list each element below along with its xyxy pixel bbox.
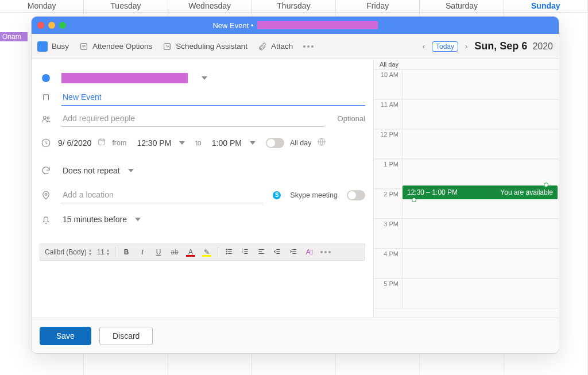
- titlebar[interactable]: New Event •: [32, 17, 559, 34]
- svg-point-14: [226, 251, 227, 252]
- editor-more-icon[interactable]: [320, 251, 331, 253]
- window-title-prefix: New Event •: [212, 21, 253, 30]
- italic-button[interactable]: I: [137, 248, 148, 257]
- all-day-header: All day: [380, 61, 399, 68]
- date-navigation: ‹ Today › Sun, Sep 6 2020: [421, 40, 553, 52]
- all-day-toggle[interactable]: [266, 138, 284, 148]
- svg-rect-0: [81, 43, 87, 49]
- time-slot[interactable]: 10 AM: [374, 69, 559, 99]
- event-date[interactable]: 9/ 6/2020: [58, 138, 91, 148]
- time-slot[interactable]: 12 PM: [374, 129, 559, 159]
- time-label: 1 PM: [374, 160, 403, 188]
- bg-day-header: Friday: [336, 0, 420, 12]
- attendee-options[interactable]: Attendee Options: [79, 42, 152, 51]
- skype-label: Skype meeting: [290, 191, 338, 199]
- time-label: 12 PM: [374, 130, 403, 158]
- discard-button[interactable]: Discard: [99, 327, 153, 345]
- selected-date: Sun, Sep 6 2020: [474, 40, 553, 52]
- event-title-input[interactable]: [61, 89, 365, 106]
- preview-event[interactable]: 12:30 – 1:00 PM You are available: [403, 185, 558, 199]
- clock-icon: [40, 137, 52, 149]
- bg-day-header: Sunday: [504, 0, 588, 12]
- time-label: 5 PM: [374, 279, 403, 308]
- timezone-icon[interactable]: [317, 137, 326, 149]
- reminder-icon: [40, 213, 52, 226]
- font-family-select[interactable]: Calibri (Body)▴▾: [45, 248, 91, 256]
- svg-point-12: [45, 193, 47, 195]
- strike-button[interactable]: ab: [169, 248, 180, 256]
- numbering-button[interactable]: 12: [240, 248, 250, 257]
- time-label: 11 AM: [374, 100, 403, 129]
- skype-toggle[interactable]: [347, 190, 365, 200]
- clear-format-button[interactable]: A⃠: [304, 248, 315, 256]
- attach-icon: [258, 42, 267, 51]
- end-time-select[interactable]: 1:00 PM: [207, 136, 260, 150]
- next-day-icon[interactable]: ›: [464, 42, 469, 51]
- busy-icon: [37, 41, 48, 52]
- location-input[interactable]: [61, 187, 264, 203]
- text-icon: [40, 91, 52, 104]
- highlight-button[interactable]: ✎: [202, 248, 212, 256]
- svg-rect-7: [99, 139, 105, 145]
- svg-text:2: 2: [242, 250, 243, 253]
- today-button[interactable]: Today: [432, 41, 458, 52]
- bullets-button[interactable]: [224, 248, 234, 257]
- time-label: 4 PM: [374, 249, 403, 278]
- scheduling-icon: [163, 42, 172, 51]
- svg-point-15: [226, 253, 227, 254]
- bg-day-header: Saturday: [420, 0, 504, 12]
- bg-day-header: Wednesday: [168, 0, 252, 12]
- window-title-redacted: [257, 21, 378, 29]
- font-color-button[interactable]: A: [185, 248, 196, 256]
- prev-day-icon[interactable]: ‹: [421, 42, 426, 51]
- start-time-select[interactable]: 12:30 PM: [132, 136, 189, 150]
- align-button[interactable]: [256, 248, 266, 257]
- indent-button[interactable]: [288, 248, 299, 257]
- status-busy[interactable]: Busy: [37, 41, 69, 52]
- preview-event-time: 12:30 – 1:00 PM: [407, 188, 458, 196]
- bg-day-header: Thursday: [252, 0, 336, 12]
- bold-button[interactable]: B: [121, 248, 131, 256]
- repeat-icon: [40, 164, 52, 177]
- time-slot[interactable]: 11 AM: [374, 99, 559, 129]
- bg-day-header: Tuesday: [84, 0, 168, 12]
- save-button[interactable]: Save: [40, 327, 91, 345]
- new-event-window: New Event • Busy Attendee Options Schedu…: [31, 16, 559, 354]
- font-size-select[interactable]: 11▴▾: [97, 248, 109, 256]
- underline-button[interactable]: U: [153, 248, 164, 256]
- more-icon[interactable]: [303, 45, 314, 48]
- bg-event-onam[interactable]: Onam: [0, 32, 28, 41]
- svg-point-13: [226, 249, 227, 250]
- calendar-select-redacted[interactable]: [61, 73, 188, 83]
- svg-point-5: [47, 117, 49, 119]
- scheduling-assistant[interactable]: Scheduling Assistant: [163, 42, 247, 51]
- top-toolbar: Busy Attendee Options Scheduling Assista…: [32, 34, 559, 59]
- from-label: from: [112, 139, 126, 147]
- repeat-select[interactable]: Does not repeat: [58, 164, 138, 177]
- date-picker-icon[interactable]: [97, 137, 106, 149]
- day-preview-pane: All day 10 AM11 AM12 PM1 PM2 PM3 PM4 PM5…: [374, 59, 559, 318]
- time-slot[interactable]: 5 PM: [374, 279, 559, 308]
- people-icon: [40, 113, 52, 125]
- editor-toolbar: Calibri (Body)▴▾ 11▴▾ B I U ab A ✎ 12: [40, 243, 365, 261]
- chevron-down-icon[interactable]: [202, 76, 207, 80]
- time-slot[interactable]: 4 PM: [374, 249, 559, 279]
- time-label: 3 PM: [374, 219, 403, 248]
- time-label: 10 AM: [374, 70, 403, 99]
- preview-event-status: You are available: [500, 188, 553, 196]
- time-label: 2 PM: [374, 190, 403, 218]
- optional-link[interactable]: Optional: [338, 114, 365, 123]
- attendee-options-icon: [79, 42, 88, 51]
- bg-day-header: Monday: [0, 0, 84, 12]
- skype-icon: S: [273, 191, 281, 199]
- attach[interactable]: Attach: [258, 42, 293, 51]
- required-people-input[interactable]: [61, 110, 324, 127]
- event-form: Optional 9/ 6/2020 from 12:30 PM to 1:00…: [32, 59, 374, 318]
- time-slot[interactable]: 3 PM: [374, 219, 559, 249]
- bg-week-header: MondayTuesdayWednesdayThursdayFridaySatu…: [0, 0, 588, 13]
- reminder-select[interactable]: 15 minutes before: [58, 212, 145, 226]
- outdent-button[interactable]: [272, 248, 283, 257]
- location-icon: [40, 189, 52, 202]
- time-slot[interactable]: 1 PM: [374, 159, 559, 189]
- footer: Save Discard: [32, 318, 559, 353]
